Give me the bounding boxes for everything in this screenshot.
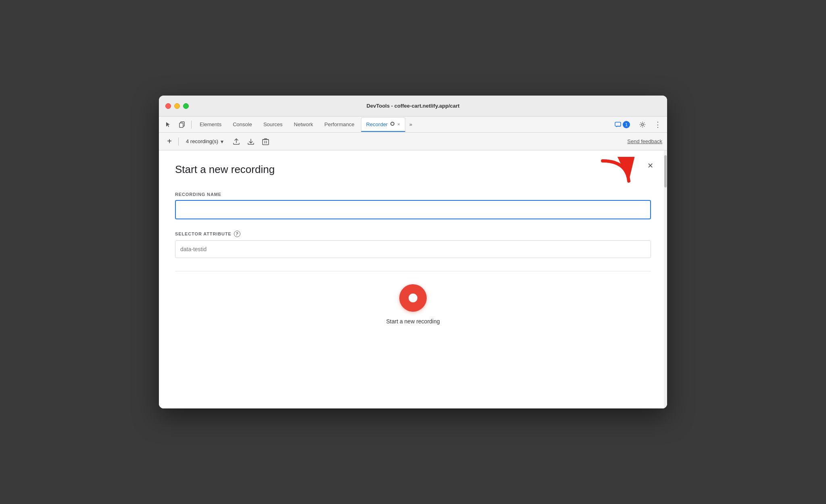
traffic-lights (165, 103, 189, 109)
notification-button[interactable]: 1 (611, 119, 633, 130)
svg-point-3 (391, 123, 394, 125)
recording-name-label: RECORDING NAME (175, 192, 651, 197)
recordings-dropdown[interactable]: 4 recording(s) ▾ (182, 137, 227, 146)
recording-name-section: RECORDING NAME (175, 192, 651, 219)
import-icon (247, 138, 254, 145)
window-title: DevTools - coffee-cart.netlify.app/cart (367, 103, 460, 109)
more-menu-button[interactable]: ⋮ (652, 119, 664, 130)
selector-attribute-section: SELECTOR ATTRIBUTE ? (175, 231, 651, 258)
svg-rect-6 (263, 140, 269, 145)
help-icon[interactable]: ? (234, 231, 240, 237)
recording-name-input[interactable] (175, 200, 651, 219)
tab-sources[interactable]: Sources (259, 117, 288, 132)
settings-button[interactable] (636, 119, 649, 130)
toolbar-divider (178, 137, 179, 146)
svg-rect-4 (615, 122, 621, 126)
chat-icon (615, 122, 621, 127)
tab-performance[interactable]: Performance (319, 117, 359, 132)
tab-recorder[interactable]: Recorder × (361, 117, 405, 132)
minimize-button[interactable] (174, 103, 180, 109)
add-recording-button[interactable]: + (164, 136, 175, 147)
notification-badge: 1 (623, 121, 630, 128)
settings-icon (639, 121, 646, 128)
tab-console[interactable]: Console (228, 117, 257, 132)
devtools-window: DevTools - coffee-cart.netlify.app/cart … (159, 96, 667, 408)
scrollbar[interactable] (664, 150, 667, 408)
export-icon (233, 138, 240, 145)
title-bar: DevTools - coffee-cart.netlify.app/cart (159, 96, 667, 117)
tab-bar: Elements Console Sources Network Perform… (159, 117, 667, 133)
form-title: Start a new recording (175, 163, 651, 176)
fullscreen-button[interactable] (183, 103, 189, 109)
delete-icon (262, 138, 269, 145)
chevron-down-icon: ▾ (221, 138, 223, 145)
toolbar: + 4 recording(s) ▾ (159, 133, 667, 150)
tab-network[interactable]: Network (289, 117, 318, 132)
start-recording-button[interactable] (399, 284, 427, 312)
delete-button[interactable] (260, 136, 271, 147)
tab-bar-right: 1 ⋮ (611, 119, 664, 130)
cursor-icon-button[interactable] (162, 119, 174, 130)
close-form-button[interactable]: ✕ (645, 160, 656, 171)
selector-attribute-input[interactable] (175, 240, 651, 258)
red-arrow-annotation (599, 157, 635, 191)
import-button[interactable] (245, 136, 257, 147)
svg-rect-1 (179, 123, 183, 127)
start-recording-section: Start a new recording (175, 284, 651, 333)
separator (175, 271, 651, 271)
copy-icon-button[interactable] (176, 119, 188, 130)
export-button[interactable] (231, 136, 242, 147)
main-content: ✕ Start a new recording RECORDING NAME S… (159, 150, 667, 408)
send-feedback-link[interactable]: Send feedback (627, 138, 662, 144)
tab-overflow-button[interactable]: » (407, 121, 415, 127)
start-recording-label: Start a new recording (386, 318, 440, 325)
tab-bar-divider (191, 121, 192, 129)
record-inner-dot (409, 294, 417, 302)
close-button[interactable] (165, 103, 171, 109)
tab-close-recorder[interactable]: × (397, 122, 400, 127)
tab-elements[interactable]: Elements (195, 117, 226, 132)
svg-point-5 (642, 123, 644, 125)
scrollbar-thumb[interactable] (664, 155, 667, 187)
selector-attribute-label: SELECTOR ATTRIBUTE ? (175, 231, 651, 237)
recorder-icon (390, 121, 395, 126)
